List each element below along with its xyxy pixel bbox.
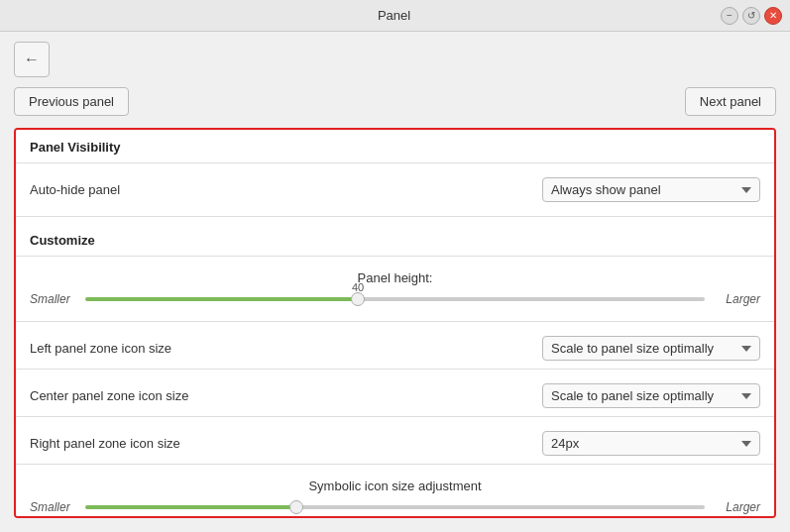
left-zone-label: Left panel zone icon size <box>30 341 171 356</box>
close-button[interactable]: ✕ <box>764 7 782 25</box>
auto-hide-row: Auto-hide panel Always show panel Intell… <box>16 169 774 210</box>
panel-height-larger-label: Larger <box>713 292 760 306</box>
symbolic-track <box>85 505 705 509</box>
back-button[interactable]: ← <box>14 42 50 77</box>
next-panel-button[interactable]: Next panel <box>685 87 776 116</box>
customize-divider <box>16 256 774 257</box>
panel-height-slider-wrapper: 40 <box>85 289 705 309</box>
auto-hide-label: Auto-hide panel <box>30 182 120 197</box>
center-zone-label: Center panel zone icon size <box>30 388 188 403</box>
panel-height-title: Panel height: <box>30 270 760 285</box>
panel-height-smaller-label: Smaller <box>30 292 77 306</box>
symbolic-divider <box>16 464 774 465</box>
left-zone-select[interactable]: Scale to panel size optimally 16px 22px … <box>542 336 760 361</box>
left-zone-row: Left panel zone icon size Scale to panel… <box>16 328 774 369</box>
symbolic-slider-wrapper <box>85 497 705 517</box>
right-zone-label: Right panel zone icon size <box>30 436 180 451</box>
symbolic-larger-label: Larger <box>713 500 760 514</box>
window-title: Panel <box>67 8 721 23</box>
main-content: Previous panel Next panel Panel Visibili… <box>0 87 790 532</box>
symbolic-size-section: Symbolic icon size adjustment Smaller La… <box>16 471 774 518</box>
customize-divider-top <box>16 216 774 217</box>
panel-height-slider-row: Smaller 40 Larger <box>30 289 760 309</box>
panel-height-section: Panel height: Smaller 40 Larger <box>16 263 774 313</box>
symbolic-slider-row: Smaller Larger <box>30 497 760 517</box>
settings-panel: Panel Visibility Auto-hide panel Always … <box>14 128 776 518</box>
customize-section-header: Customize <box>16 223 774 256</box>
right-zone-divider <box>16 416 774 417</box>
titlebar: Panel − ↺ ✕ <box>0 0 790 32</box>
center-zone-divider <box>16 369 774 370</box>
panel-navigation: Previous panel Next panel <box>14 87 776 116</box>
refresh-button[interactable]: ↺ <box>742 7 760 25</box>
symbolic-smaller-label: Smaller <box>30 500 77 514</box>
right-zone-row: Right panel zone icon size Scale to pane… <box>16 423 774 464</box>
center-zone-row: Center panel zone icon size Scale to pan… <box>16 375 774 416</box>
left-zone-divider <box>16 321 774 322</box>
symbolic-thumb[interactable] <box>289 500 303 514</box>
auto-hide-select[interactable]: Always show panel Intelligently hide pan… <box>542 177 760 202</box>
panel-height-track: 40 <box>85 297 705 301</box>
minimize-button[interactable]: − <box>721 7 738 25</box>
symbolic-size-title: Symbolic icon size adjustment <box>30 479 760 493</box>
previous-panel-button[interactable]: Previous panel <box>14 87 129 116</box>
right-zone-select[interactable]: Scale to panel size optimally 16px 22px … <box>542 431 760 456</box>
window-controls: − ↺ ✕ <box>721 7 782 25</box>
center-zone-select[interactable]: Scale to panel size optimally 16px 22px … <box>542 383 760 408</box>
visibility-section-header: Panel Visibility <box>16 130 774 162</box>
visibility-divider <box>16 162 774 163</box>
back-nav-row: ← <box>0 32 790 87</box>
panel-height-thumb[interactable] <box>351 292 365 306</box>
